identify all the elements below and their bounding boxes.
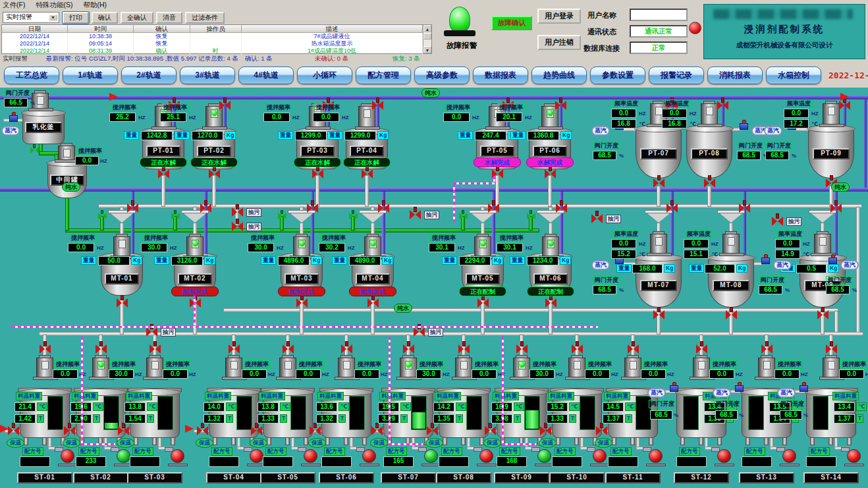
menu-item-2[interactable]: 帮助(H) (83, 1, 107, 10)
nav-button-7[interactable]: 高级参数 (414, 67, 470, 84)
tank-outlet-valve[interactable] (367, 298, 379, 308)
pump-red[interactable] (58, 447, 78, 464)
tank-outlet-valve[interactable] (312, 169, 323, 178)
drain-valve[interactable] (232, 207, 243, 217)
feed-valve[interactable] (197, 426, 208, 435)
fault-ack-button[interactable]: 故障确认 (491, 16, 532, 30)
pump-red[interactable] (360, 447, 379, 464)
feed-valve[interactable] (540, 426, 551, 435)
mute-button[interactable]: 消音 (156, 12, 182, 24)
nav-button-10[interactable]: 参数设置 (590, 67, 645, 84)
nav-button-9[interactable]: 趋势曲线 (531, 67, 587, 84)
pipe-valve[interactable] (666, 203, 678, 213)
steam-valve-icon[interactable] (9, 115, 18, 122)
steam-valve-icon[interactable] (828, 258, 837, 264)
pipe-valve[interactable] (149, 344, 161, 354)
username-field[interactable] (630, 9, 688, 21)
green-valve-icon[interactable] (349, 213, 358, 219)
tank-outlet-valve[interactable] (545, 298, 556, 308)
nav-button-2[interactable]: 2#轨道 (121, 67, 176, 84)
user-login-button[interactable]: 用户登录 (537, 9, 581, 24)
tank-outlet-valve[interactable] (209, 169, 220, 178)
drain-valve[interactable] (772, 217, 783, 226)
print-button[interactable]: 打印 (63, 12, 89, 24)
tank-outlet-valve[interactable] (704, 178, 715, 188)
pipe-valve[interactable] (555, 101, 566, 110)
pipe-valve[interactable] (696, 344, 707, 354)
green-valve-icon[interactable] (527, 213, 535, 219)
pipe-valve[interactable] (403, 344, 414, 354)
tank-outlet-valve[interactable] (296, 298, 308, 308)
steam-valve-icon[interactable] (740, 123, 748, 130)
pipe-valve[interactable] (200, 203, 211, 213)
alarm-row-0-operator[interactable] (190, 33, 242, 40)
drain-valve[interactable] (146, 327, 157, 337)
pipe-valve[interactable] (488, 203, 499, 213)
nav-button-5[interactable]: 小循环 (297, 67, 352, 84)
steam-valve-icon[interactable] (761, 258, 770, 264)
green-valve-icon[interactable] (171, 213, 180, 219)
steam-valve-icon[interactable] (670, 385, 678, 392)
scroll-thumb[interactable] (423, 33, 431, 40)
alarm-row-0-desc[interactable]: 7#成品罐液位 (242, 33, 423, 40)
feed-valve[interactable] (485, 426, 496, 435)
nav-button-1[interactable]: 1#轨道 (63, 67, 118, 84)
pump-red[interactable] (780, 447, 800, 464)
pump-red[interactable] (301, 447, 321, 464)
tank-outlet-valve[interactable] (158, 169, 169, 178)
pump-red[interactable] (477, 447, 497, 464)
green-valve-icon[interactable] (278, 213, 286, 219)
nav-button-11[interactable]: 报警记录 (649, 67, 704, 84)
filter-button[interactable]: 过滤条件 (185, 12, 225, 24)
pipe-valve[interactable] (458, 344, 470, 354)
green-valve-icon[interactable] (459, 213, 468, 219)
pipe-valve[interactable] (219, 101, 231, 110)
pipe-valve[interactable] (127, 203, 138, 213)
nav-button-3[interactable]: 3#轨道 (180, 67, 235, 84)
menu-item-0[interactable]: 文件(F) (3, 1, 25, 10)
alarm-table-scrollbar[interactable]: ▲ ▼ (423, 25, 431, 53)
pump-red[interactable] (844, 447, 864, 464)
alarm-row-1-desc[interactable]: 热水箱温度显示 (242, 40, 423, 47)
pipe-valve[interactable] (95, 344, 107, 354)
ack-button[interactable]: 确认 (92, 12, 118, 24)
drain-valve[interactable] (410, 210, 421, 219)
ack-all-button[interactable]: 全确认 (121, 12, 153, 24)
pump-red[interactable] (168, 447, 188, 464)
alarm-row-1-time[interactable]: 09:05:14 (68, 40, 134, 47)
feed-valve[interactable] (427, 426, 438, 435)
feed-valve[interactable] (596, 426, 607, 435)
alarm-row-0-ack[interactable]: 恢复 (134, 33, 190, 40)
green-valve-icon[interactable] (30, 147, 39, 153)
drain-valve[interactable] (232, 222, 243, 231)
tank-outlet-valve[interactable] (362, 169, 373, 178)
pipe-valve[interactable] (628, 344, 639, 354)
pipe-valve[interactable] (229, 344, 240, 354)
nav-button-13[interactable]: 水箱控制 (766, 67, 821, 84)
pipe-valve[interactable] (826, 344, 837, 354)
pipe-valve[interactable] (378, 203, 389, 213)
pipe-valve[interactable] (839, 101, 850, 110)
pipe-valve[interactable] (341, 344, 352, 354)
pipe-valve[interactable] (830, 203, 842, 213)
nav-button-12[interactable]: 消耗报表 (707, 67, 763, 84)
tank-outlet-valve[interactable] (653, 310, 665, 319)
alarm-mode-select[interactable]: 实时报警 ▼ (3, 12, 59, 23)
nav-button-4[interactable]: 4#轨道 (238, 67, 294, 84)
drain-valve[interactable] (414, 327, 425, 337)
drain-valve[interactable] (591, 214, 603, 223)
pipe-valve[interactable] (556, 203, 567, 213)
pipe-valve[interactable] (283, 344, 294, 354)
tank-outlet-valve[interactable] (477, 298, 489, 308)
feed-valve[interactable] (251, 426, 262, 435)
feed-valve[interactable] (8, 426, 19, 435)
alarm-row-0-date[interactable]: 2022/12/14 (2, 33, 68, 40)
nav-button-8[interactable]: 数据报表 (473, 67, 528, 84)
pipe-valve[interactable] (40, 344, 51, 354)
pipe-valve[interactable] (307, 203, 318, 213)
tank-outlet-valve[interactable] (545, 169, 556, 178)
tank-outlet-valve[interactable] (817, 310, 828, 319)
pipe-valve[interactable] (717, 101, 728, 110)
green-valve-icon[interactable] (98, 213, 107, 219)
chevron-down-icon[interactable]: ▼ (49, 14, 57, 20)
